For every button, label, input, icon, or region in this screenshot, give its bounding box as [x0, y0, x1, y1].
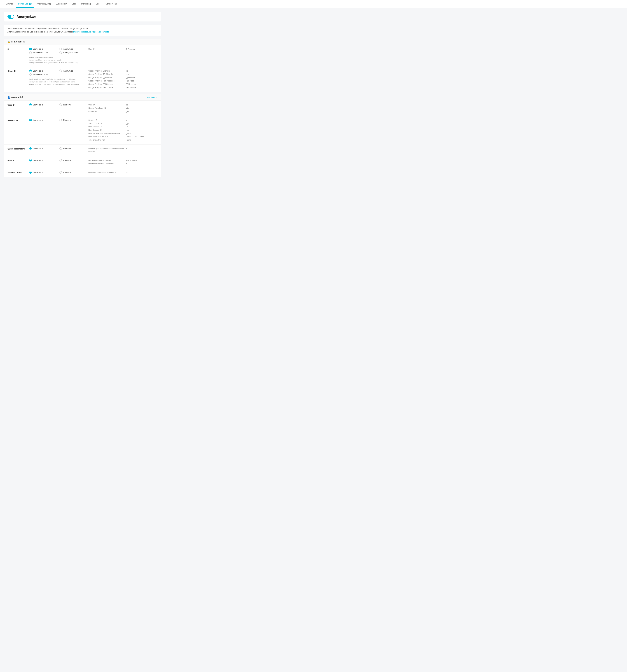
section-header-general-info: 👤 General infoRemove all — [4, 94, 161, 101]
nav-tab-connections[interactable]: Connections — [103, 0, 119, 8]
code-item: dl — [126, 147, 158, 150]
data-col: container.anonymize.parameter.sct — [88, 171, 126, 174]
nav-bar: SettingsPower-Ups6Analytics (Beta)Subscr… — [0, 0, 627, 8]
nav-tab-logs[interactable]: Logs — [70, 0, 78, 8]
radio-option-leave-as-is[interactable]: Leave as is — [29, 119, 58, 121]
options-col: Leave as isRemove — [29, 147, 88, 150]
code-item: gdid — [126, 107, 158, 110]
data-item: Time of the first visit — [88, 139, 126, 142]
radio-label: Leave as is — [33, 171, 43, 173]
data-item: Session ID — [88, 119, 126, 122]
radio-option-leave-as-is[interactable]: Leave as is — [29, 48, 58, 50]
code-item: IP Address — [126, 48, 158, 51]
radio-label: Remove — [63, 147, 71, 150]
setting-label: User ID — [7, 103, 29, 106]
nav-tab-settings[interactable]: Settings — [4, 0, 16, 8]
data-item: Session ID in UA — [88, 122, 126, 125]
data-item: container.anonymize.parameter.sct — [88, 171, 126, 174]
radio-option-anonymize-smart[interactable]: Anonymize Smart — [59, 51, 88, 54]
radio-label: Anonymize Strict — [33, 73, 48, 76]
data-item: Google Analytics _ga cookie — [88, 76, 126, 79]
radio-option-anonymize[interactable]: Anonymize — [59, 48, 88, 50]
nav-tab-subscription[interactable]: Subscription — [53, 0, 69, 8]
options-col: Leave as isRemove — [29, 103, 88, 106]
data-item: Google Analytics Client ID — [88, 70, 126, 72]
radio-label: Leave as is — [33, 119, 43, 121]
radio-circle — [29, 147, 32, 150]
data-item: Firebase ID — [88, 110, 126, 113]
code-item: _gid — [126, 122, 158, 125]
radio-option-leave-as-is[interactable]: Leave as is — [29, 103, 58, 106]
radio-label: Leave as is — [33, 159, 43, 162]
toggle-switch[interactable] — [7, 15, 14, 19]
nav-tab-analytics[interactable]: Analytics (Beta) — [34, 0, 53, 8]
section-general-info: 👤 General infoRemove allUser IDLeave as … — [4, 94, 161, 177]
data-item: User ID — [88, 103, 126, 106]
code-col: cidjscid_ga cookie_ga_* cookiesFPLC cook… — [126, 70, 158, 89]
radio-option-remove[interactable]: Remove — [59, 147, 88, 150]
radio-option-leave-as-is[interactable]: Leave as is — [29, 147, 58, 150]
radio-circle — [59, 103, 62, 106]
section-header-ip-client: 🔒 IP & Client ID — [4, 39, 161, 45]
radio-circle — [29, 51, 32, 54]
setting-label: IP — [7, 48, 29, 50]
radio-label: Leave as is — [33, 103, 43, 106]
data-item: Google Analytics FPID cookie — [88, 86, 126, 89]
code-col: IP Address — [126, 48, 158, 51]
code-item: _fid — [126, 110, 158, 113]
radio-option-anonymize-strict[interactable]: Anonymize Strict — [29, 51, 58, 54]
radio-option-leave-as-is[interactable]: Leave as is — [29, 70, 58, 72]
page-title: Anonymizer — [17, 15, 36, 19]
radio-circle — [59, 159, 62, 162]
setting-row-session-id: Session IDLeave as isRemoveSession IDSes… — [4, 116, 161, 145]
radio-option-leave-as-is[interactable]: Leave as is — [29, 171, 58, 174]
data-col: User IP — [88, 48, 126, 51]
radio-label: Remove — [63, 119, 71, 121]
radio-option-anonymize-strict[interactable]: Anonymize Strict — [29, 73, 58, 76]
setting-row-session-count: Session CountLeave as isRemovecontainer.… — [4, 168, 161, 177]
data-item: Google Developer ID — [88, 107, 126, 110]
description-box: Please choose the parameters that you wa… — [4, 25, 161, 36]
radio-label: Anonymize Strict — [33, 51, 48, 54]
data-item: Google Analytics FPLC cookie — [88, 83, 126, 86]
nav-tab-powerups[interactable]: Power-Ups6 — [16, 0, 34, 8]
code-item: _u — [126, 125, 158, 128]
radio-label: Leave as is — [33, 70, 43, 72]
data-item: User IP — [88, 48, 126, 51]
radio-circle — [29, 103, 32, 106]
code-item: _nsi — [126, 129, 158, 131]
code-col: uidgdid_fid — [126, 103, 158, 113]
radio-circle — [59, 119, 62, 121]
data-item: New Session ID — [88, 129, 126, 131]
section-icon: 👤 — [7, 96, 10, 99]
section-title: IP & Client ID — [11, 41, 25, 43]
options-col: Leave as isAnonymizeAnonymize StrictWork… — [29, 70, 88, 86]
radio-label: Anonymize — [63, 70, 73, 72]
radio-circle — [29, 73, 32, 76]
radio-option-leave-as-is[interactable]: Leave as is — [29, 159, 58, 162]
nav-tab-store[interactable]: Store — [94, 0, 103, 8]
page-header: Anonymizer — [4, 12, 161, 22]
description-line1: Please choose the parameters that you wa… — [7, 27, 158, 30]
nav-tab-monitoring[interactable]: Monitoring — [79, 0, 93, 8]
radio-option-remove[interactable]: Remove — [59, 171, 88, 174]
data-item: Document Referrer Parameter — [88, 162, 126, 165]
data-item: User activity on the site — [88, 135, 126, 138]
radio-option-remove[interactable]: Remove — [59, 159, 88, 162]
radio-option-anonymize[interactable]: Anonymize — [59, 70, 88, 72]
data-col: User IDGoogle Developer IDFirebase ID — [88, 103, 126, 113]
section-icon: 🔒 — [7, 41, 10, 43]
data-item: How the user reached out the website — [88, 132, 126, 135]
radio-option-remove[interactable]: Remove — [59, 103, 88, 106]
setting-label: Session Count — [7, 171, 29, 174]
code-item: _utma — [126, 139, 158, 142]
radio-option-remove[interactable]: Remove — [59, 119, 88, 121]
radio-circle — [29, 119, 32, 121]
data-item: User Session ID — [88, 125, 126, 128]
code-item: _ga_* cookies — [126, 79, 158, 82]
options-col: Leave as isRemove — [29, 171, 88, 174]
options-col: Leave as isAnonymizeAnonymize StrictAnon… — [29, 48, 88, 64]
radio-circle — [59, 147, 62, 150]
anonymize-link[interactable]: https://eukuecpe.ap.stape.io/anonymize — [73, 31, 109, 33]
remove-all-button-general-info[interactable]: Remove all — [147, 96, 158, 99]
